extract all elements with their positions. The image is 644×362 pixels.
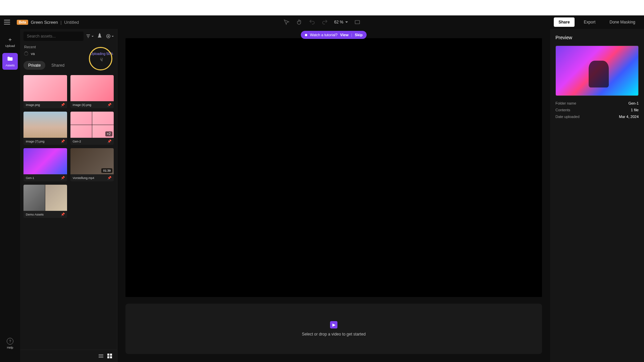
nav-help[interactable]: ? Help (2, 335, 18, 352)
list-view-button[interactable] (98, 353, 104, 359)
meta-folder-label: Folder name (555, 101, 576, 105)
dot-icon (305, 34, 307, 36)
left-nav: ＋ Upload Assets ? Help (0, 29, 20, 362)
preview-title: Preview (555, 35, 639, 40)
pin-icon[interactable]: 📌 (61, 139, 65, 143)
assets-panel: Recent va Uploading 50% ☟ Private Shared (20, 29, 117, 362)
aspect-icon[interactable] (354, 19, 361, 25)
beta-badge: Beta (17, 20, 28, 25)
timeline-hint: Select or drop a video to get started (302, 332, 366, 337)
meta-contents-label: Contents (555, 108, 570, 112)
meta-contents-value: 1 file (631, 108, 639, 112)
pin-icon[interactable]: 📌 (107, 176, 111, 180)
spinner-icon (24, 52, 28, 56)
cursor-tool-icon[interactable] (283, 19, 290, 25)
help-icon: ? (7, 338, 13, 345)
meta-date-value: Mar 4, 2024 (619, 115, 639, 119)
asset-thumbnail (23, 185, 67, 211)
breadcrumb-tool[interactable]: Green Screen (31, 20, 58, 25)
done-masking-button[interactable]: Done Masking (605, 17, 640, 27)
filter-button[interactable] (86, 32, 94, 40)
asset-thumbnail (70, 75, 114, 101)
asset-item[interactable]: Gen-1📌 (23, 148, 67, 181)
timeline-dropzone[interactable]: ▶ Select or drop a video to get started (125, 304, 542, 354)
grid-view-button[interactable] (106, 353, 113, 359)
redo-icon[interactable] (321, 19, 328, 25)
breadcrumb: Green Screen | Untitled (31, 20, 79, 25)
recent-section: Recent va Uploading 50% ☟ (20, 44, 117, 58)
asset-item[interactable]: image (7).png📌 (23, 112, 67, 145)
hamburger-menu[interactable] (4, 18, 12, 26)
tutorial-view-button[interactable]: View (340, 33, 348, 37)
hand-tool-icon[interactable] (296, 19, 303, 25)
folder-icon (7, 56, 13, 62)
svg-rect-0 (355, 20, 360, 24)
view-toggle (20, 350, 117, 362)
asset-item[interactable]: +2 Gen-2📌 (70, 112, 114, 145)
asset-item[interactable]: image.png📌 (23, 75, 67, 108)
canvas[interactable] (125, 38, 542, 297)
tutorial-text: Watch a tutorial? (310, 33, 337, 37)
options-button[interactable] (106, 32, 114, 40)
breadcrumb-project[interactable]: Untitled (64, 20, 79, 25)
meta-date-label: Date uploaded (555, 115, 580, 119)
asset-item[interactable]: Demo Assets📌 (23, 185, 67, 218)
asset-item[interactable]: image (6).png📌 (70, 75, 114, 108)
video-icon: ▶ (330, 321, 337, 328)
pin-icon[interactable]: 📌 (107, 139, 111, 143)
tutorial-skip-button[interactable]: Skip (355, 33, 363, 37)
tab-shared[interactable]: Shared (47, 61, 69, 70)
asset-thumbnail: +2 (70, 112, 114, 138)
browser-chrome (0, 0, 644, 15)
asset-thumbnail (23, 148, 67, 174)
pin-icon[interactable]: 📌 (61, 103, 65, 107)
canvas-area: Watch a tutorial? View | Skip ▶ Select o… (117, 29, 550, 362)
search-input[interactable] (23, 32, 84, 41)
share-button[interactable]: Share (554, 17, 574, 27)
pin-icon[interactable]: 📌 (61, 176, 65, 180)
asset-grid: image.png📌 image (6).png📌 image (7).png📌… (20, 72, 117, 221)
asset-thumbnail: 01:39 (70, 148, 114, 174)
asset-item[interactable]: 01:39 Vorstellung.mp4📌 (70, 148, 114, 181)
pin-icon[interactable]: 📌 (107, 103, 111, 107)
pin-button[interactable] (96, 32, 104, 40)
nav-assets[interactable]: Assets (2, 53, 18, 70)
nav-upload[interactable]: ＋ Upload (2, 34, 18, 50)
upload-status: Uploading 50% (90, 52, 113, 56)
plus-icon: ＋ (7, 36, 13, 43)
preview-panel: Preview Folder nameGen-1 Contents1 file … (550, 29, 644, 362)
top-bar: Beta Green Screen | Untitled 62 % Share … (0, 15, 644, 29)
asset-thumbnail (23, 75, 67, 101)
recent-header: Recent (24, 45, 113, 49)
cursor-indicator: ☟ (100, 57, 103, 62)
meta-folder-value: Gen-1 (628, 101, 639, 105)
undo-icon[interactable] (309, 19, 315, 25)
zoom-control[interactable]: 62 % (334, 20, 348, 24)
upload-progress-row[interactable]: va Uploading 50% ☟ (24, 50, 113, 57)
asset-thumbnail (23, 112, 67, 138)
upload-item-name: va (31, 52, 35, 56)
pin-icon[interactable]: 📌 (61, 213, 65, 216)
tutorial-banner: Watch a tutorial? View | Skip (301, 31, 367, 39)
preview-thumbnail[interactable] (555, 46, 639, 96)
export-button[interactable]: Export (579, 17, 600, 27)
tab-private[interactable]: Private (23, 61, 45, 70)
